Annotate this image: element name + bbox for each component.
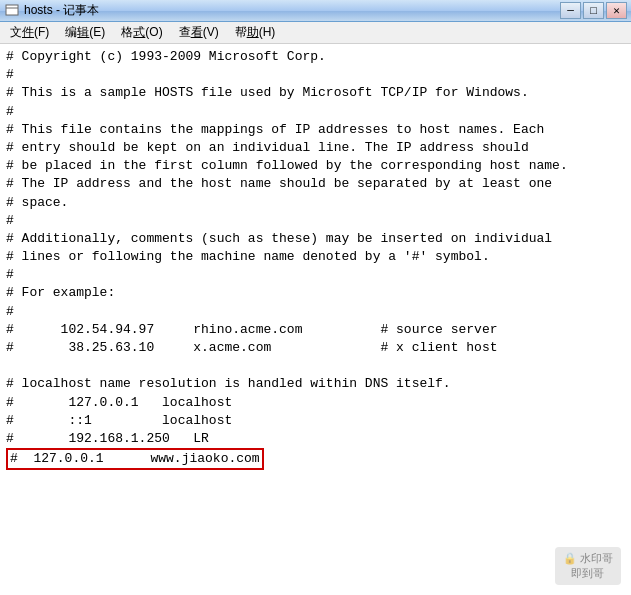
text-editor-content[interactable]: # Copyright (c) 1993-2009 Microsoft Corp… — [0, 44, 631, 595]
minimize-button[interactable]: ─ — [560, 2, 581, 19]
close-button[interactable]: ✕ — [606, 2, 627, 19]
menu-help[interactable]: 帮助(H) — [227, 22, 284, 43]
svg-rect-0 — [6, 5, 18, 15]
window-icon — [4, 3, 20, 19]
title-bar: hosts - 记事本 ─ □ ✕ — [0, 0, 631, 22]
menu-view[interactable]: 查看(V) — [171, 22, 227, 43]
menu-edit[interactable]: 编辑(E) — [57, 22, 113, 43]
menu-format[interactable]: 格式(O) — [113, 22, 170, 43]
maximize-button[interactable]: □ — [583, 2, 604, 19]
window-controls: ─ □ ✕ — [560, 2, 627, 19]
window-title: hosts - 记事本 — [24, 2, 560, 19]
highlighted-entry: # 127.0.0.1 www.jiaoko.com — [6, 448, 264, 470]
menu-file[interactable]: 文件(F) — [2, 22, 57, 43]
menu-bar: 文件(F) 编辑(E) 格式(O) 查看(V) 帮助(H) — [0, 22, 631, 44]
